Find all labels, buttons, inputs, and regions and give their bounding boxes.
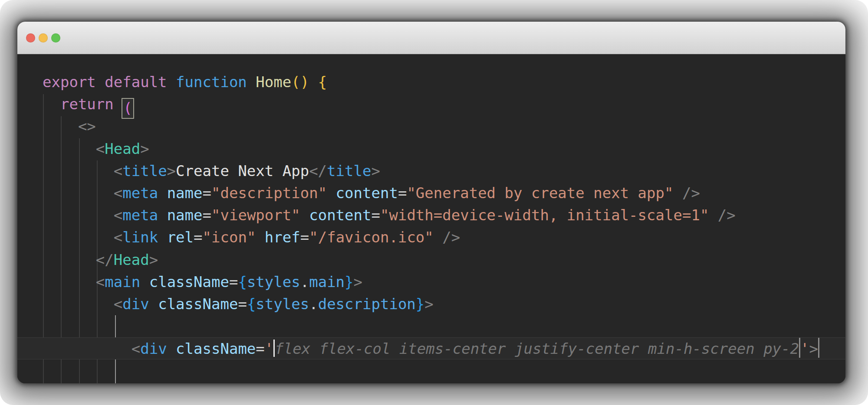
code-token: function	[176, 73, 247, 91]
code-token: .	[309, 295, 318, 313]
code-token	[167, 73, 176, 91]
code-token: '	[265, 340, 273, 357]
line-ghost-suggestion: <div className='flex flex-col items-cent…	[17, 337, 845, 359]
code-token: div	[122, 295, 149, 313]
code-token	[247, 73, 256, 91]
code-token: =	[398, 184, 407, 202]
code-token: </	[309, 162, 327, 180]
line-head-close: </Head>	[17, 249, 845, 271]
code-token	[43, 340, 132, 357]
code-token: name	[167, 206, 203, 224]
code-token: >	[809, 340, 818, 357]
code-token	[43, 251, 96, 268]
code-token: >	[149, 251, 158, 268]
code-token: />	[682, 184, 700, 202]
code-token: main	[309, 273, 345, 291]
code-token: =	[194, 229, 202, 246]
code-token: =	[300, 229, 309, 246]
code-editor[interactable]: export default function Home() { return …	[17, 55, 845, 383]
code-token: <	[132, 340, 140, 357]
code-token: "Generated by create next app"	[407, 184, 673, 202]
code-token	[158, 184, 167, 202]
code-token	[43, 95, 60, 113]
code-token	[114, 95, 122, 113]
code-token: className	[176, 340, 256, 357]
screenshot-canvas: export default function Home() { return …	[0, 0, 868, 405]
minimize-button[interactable]	[39, 33, 48, 42]
code-token: />	[442, 229, 460, 246]
code-token: ()	[291, 73, 309, 91]
line-fragment-open: <>	[17, 115, 845, 137]
code-token: =	[203, 184, 211, 202]
code-token	[256, 229, 264, 246]
line-link-favicon: <link rel="icon" href="/favicon.ico" />	[17, 226, 845, 248]
code-token	[149, 295, 158, 313]
code-token: "description"	[211, 184, 327, 202]
code-token: div	[140, 340, 167, 357]
code-token: main	[105, 273, 140, 291]
code-token	[167, 340, 176, 357]
code-token: =	[238, 295, 247, 313]
line-meta-viewport: <meta name="viewport" content="width=dev…	[17, 204, 845, 226]
code-token: >	[354, 273, 362, 291]
code-token: <	[114, 295, 122, 313]
code-token: <	[114, 206, 122, 224]
code-token: title	[327, 162, 371, 180]
code-lines: export default function Home() { return …	[17, 71, 845, 382]
code-token: content	[336, 184, 398, 202]
code-token: "/favicon.ico"	[309, 229, 434, 246]
code-token	[300, 206, 309, 224]
code-token: >	[167, 162, 176, 180]
code-token: meta	[122, 184, 158, 202]
code-token: </	[96, 251, 114, 268]
line-meta-description: <meta name="description" content="Genera…	[17, 182, 845, 204]
code-token: =	[203, 206, 211, 224]
code-token	[158, 206, 167, 224]
code-token: '	[800, 340, 809, 357]
code-token: =	[229, 273, 238, 291]
code-token	[309, 73, 318, 91]
code-token: .	[300, 273, 309, 291]
code-token: {	[247, 295, 256, 313]
code-token: />	[718, 206, 736, 224]
code-token: <	[96, 140, 105, 157]
code-token: {	[238, 273, 247, 291]
code-token: =	[371, 206, 380, 224]
code-token	[43, 273, 96, 291]
code-token: title	[122, 162, 167, 180]
code-token	[43, 140, 96, 157]
code-token: styles	[256, 295, 309, 313]
code-token: className	[158, 295, 238, 313]
code-token: <	[114, 162, 122, 180]
code-token: "viewport"	[211, 206, 300, 224]
code-token: "icon"	[203, 229, 256, 246]
matched-bracket: (	[122, 98, 134, 119]
line-head-open: <Head>	[17, 138, 845, 160]
code-token: }	[416, 295, 424, 313]
cursor-bar	[818, 338, 819, 358]
code-token	[327, 184, 335, 202]
line-return: return (	[17, 93, 845, 115]
code-token	[673, 184, 682, 202]
copilot-ghost-text: flex flex-col items-center justify-cente…	[275, 340, 799, 357]
code-token: {	[318, 73, 327, 91]
code-token	[43, 162, 114, 180]
window-titlebar[interactable]	[17, 22, 845, 54]
code-token	[43, 295, 114, 313]
zoom-button[interactable]	[51, 33, 60, 42]
code-token	[140, 273, 149, 291]
code-token: =	[256, 340, 264, 357]
code-token: >	[371, 162, 380, 180]
code-token	[43, 229, 114, 246]
line-title: <title>Create Next App</title>	[17, 160, 845, 182]
code-token: name	[167, 184, 203, 202]
line-empty-2	[17, 359, 845, 382]
code-token: }	[345, 273, 353, 291]
close-button[interactable]	[26, 33, 35, 42]
code-token: href	[265, 229, 300, 246]
code-token: <	[96, 273, 105, 291]
code-token	[43, 206, 114, 224]
traffic-lights	[26, 33, 60, 42]
code-token	[434, 229, 442, 246]
code-token	[43, 184, 114, 202]
